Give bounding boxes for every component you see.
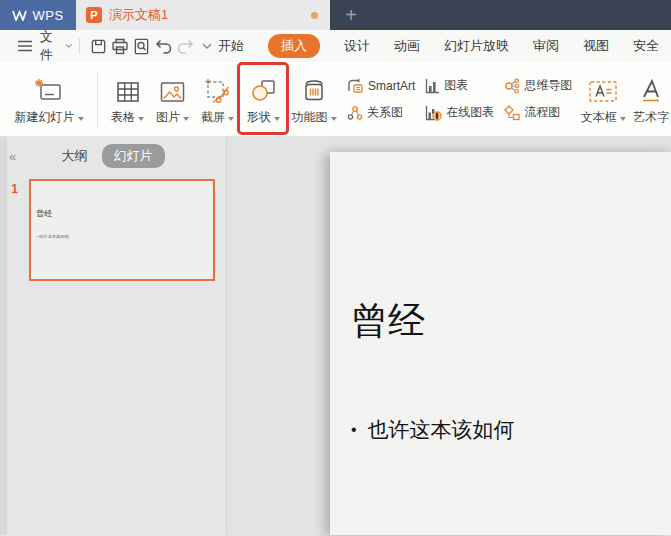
hamburger-menu-icon[interactable]	[14, 35, 36, 57]
toolbar-more-chevron-icon[interactable]	[196, 35, 218, 57]
editor-workspace: 曾经 • 也许这本该如何	[227, 137, 671, 535]
dropdown-caret	[228, 117, 234, 121]
tab-animation[interactable]: 动画	[394, 37, 420, 55]
dropdown-caret	[183, 117, 189, 121]
new-tab-button[interactable]: +	[330, 0, 372, 30]
document-tab[interactable]: P 演示文稿1	[76, 0, 330, 30]
shapes-button-highlight-wrap: 形状	[240, 66, 286, 132]
function-diagram-icon	[300, 72, 328, 104]
panel-header: « 大纲 幻灯片	[0, 137, 226, 175]
relation-diagram-button[interactable]: 关系图	[347, 103, 415, 123]
table-button[interactable]: 表格	[105, 66, 150, 132]
slide-title-text[interactable]: 曾经	[351, 296, 425, 346]
wps-logo-text: WPS	[32, 8, 63, 23]
flowchart-icon	[504, 105, 520, 121]
toolbar-divider	[79, 38, 80, 54]
tab-review[interactable]: 审阅	[533, 37, 559, 55]
unsaved-indicator-dot	[311, 12, 318, 19]
file-menu[interactable]: 文件	[40, 28, 73, 64]
content-area: « 大纲 幻灯片 1 曾经 • 也许这本该如何 曾经 • 也许这本该如何	[0, 137, 671, 535]
presentation-file-icon: P	[86, 7, 102, 23]
picture-button[interactable]: 图片	[150, 66, 195, 132]
tab-home[interactable]: 开始	[218, 37, 244, 55]
table-icon	[115, 72, 141, 104]
shapes-icon	[249, 72, 277, 104]
ribbon: 新建幻灯片 表格 图片 截屏 形状 功能图	[0, 62, 671, 137]
titlebar: WPS P 演示文稿1 +	[0, 0, 671, 30]
undo-icon[interactable]	[153, 35, 175, 57]
smartart-icon	[347, 78, 364, 94]
slide-canvas[interactable]: 曾经 • 也许这本该如何	[330, 152, 671, 535]
document-tab-title: 演示文稿1	[109, 6, 304, 24]
redo-icon[interactable]	[174, 35, 196, 57]
ribbon-tab-list: 开始 插入 设计 动画 幻灯片放映 审阅 视图 安全	[218, 34, 659, 58]
screenshot-button[interactable]: 截屏	[195, 66, 240, 132]
dropdown-caret	[78, 117, 84, 121]
thumbnail-bullet-text: • 也许这本该如何	[36, 234, 69, 240]
slide-panel: « 大纲 幻灯片 1 曾经 • 也许这本该如何	[0, 137, 227, 535]
slides-tab[interactable]: 幻灯片	[102, 144, 165, 168]
ribbon-small-column-3: 思维导图 流程图	[504, 76, 572, 123]
bullet-text: 也许这本该如何	[368, 416, 515, 444]
panel-scrollbar[interactable]	[0, 137, 7, 535]
new-slide-icon	[34, 72, 64, 104]
slide-thumbnail[interactable]: 曾经 • 也许这本该如何	[29, 179, 215, 281]
wps-logo-icon	[12, 10, 27, 21]
screenshot-icon	[204, 72, 231, 104]
slide-bullet-line[interactable]: • 也许这本该如何	[351, 416, 515, 444]
shapes-button[interactable]: 形状	[240, 66, 286, 132]
menubar: 文件 开始 插入 设计 动画 幻灯片放映 审阅 视图 安全	[0, 30, 671, 62]
slide-thumbnail-row: 1 曾经 • 也许这本该如何	[0, 179, 226, 281]
dropdown-caret	[274, 117, 280, 121]
chart-button[interactable]: 图表	[425, 76, 494, 96]
picture-icon	[159, 72, 186, 104]
wordart-button[interactable]: 艺术字	[629, 66, 671, 132]
relation-diagram-icon	[347, 105, 363, 121]
dropdown-caret	[331, 117, 337, 121]
textbox-icon	[588, 72, 618, 104]
dropdown-caret	[620, 117, 626, 121]
chevron-down-icon	[65, 43, 72, 49]
flowchart-button[interactable]: 流程图	[504, 103, 572, 123]
smartart-button[interactable]: SmartArt	[347, 76, 415, 96]
collapse-panel-icon[interactable]: «	[9, 149, 14, 164]
tab-insert[interactable]: 插入	[268, 34, 320, 58]
wps-logo[interactable]: WPS	[0, 0, 76, 30]
tab-slideshow[interactable]: 幻灯片放映	[444, 37, 509, 55]
mindmap-button[interactable]: 思维导图	[504, 76, 572, 96]
bullet-marker: •	[351, 421, 357, 439]
tab-design[interactable]: 设计	[344, 37, 370, 55]
ribbon-small-column-1: SmartArt 关系图	[347, 76, 415, 123]
mindmap-icon	[504, 78, 520, 94]
textbox-button[interactable]: 文本框	[577, 66, 629, 132]
save-icon[interactable]	[87, 35, 109, 57]
outline-tab[interactable]: 大纲	[62, 147, 88, 165]
new-slide-button[interactable]: 新建幻灯片	[8, 66, 90, 132]
online-chart-button[interactable]: 在线图表	[425, 103, 494, 123]
ribbon-divider	[97, 71, 98, 127]
ribbon-small-column-2: 图表 在线图表	[425, 76, 494, 123]
thumbnail-title-text: 曾经	[36, 208, 52, 219]
dropdown-caret	[138, 117, 144, 121]
tab-view[interactable]: 视图	[583, 37, 609, 55]
print-icon[interactable]	[109, 35, 131, 57]
wordart-icon	[638, 72, 664, 104]
function-diagram-button[interactable]: 功能图	[286, 66, 342, 132]
print-preview-icon[interactable]	[131, 35, 153, 57]
chart-icon	[425, 78, 440, 94]
online-chart-icon	[425, 105, 442, 121]
tab-security[interactable]: 安全	[633, 37, 659, 55]
